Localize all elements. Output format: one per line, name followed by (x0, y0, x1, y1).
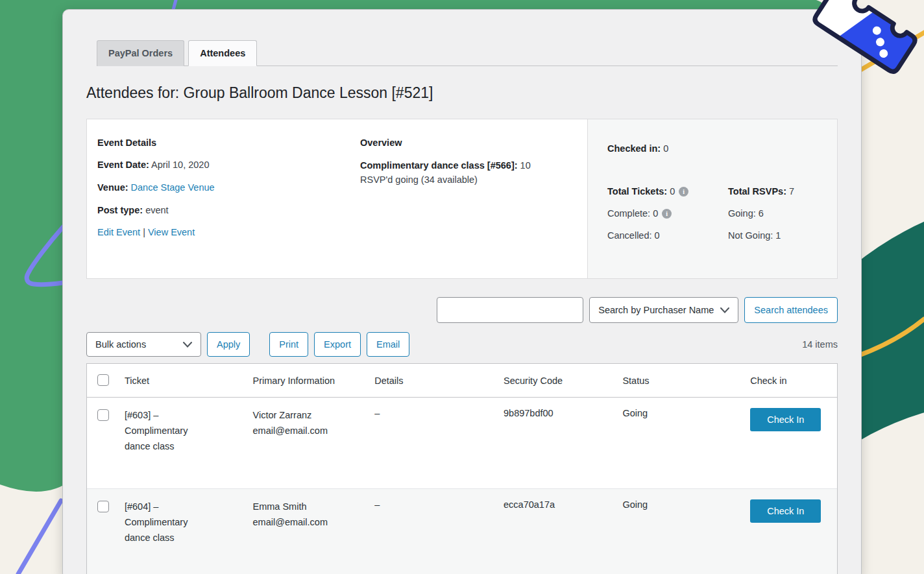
not-going-row: Not Going: 1 (728, 224, 794, 246)
table-row: [#604] – Complimentary dance class Emma … (87, 488, 837, 574)
tickets-stats-column: Total Tickets: 0i Complete: 0i Cancelled… (607, 180, 728, 246)
security-code-cell: ecca70a17a (497, 488, 616, 574)
tab-paypal-orders[interactable]: PayPal Orders (97, 40, 184, 66)
link-separator: | (143, 227, 145, 237)
periwinkle-diagonal-line (18, 501, 61, 574)
info-icon[interactable]: i (662, 209, 672, 219)
overview-ticket-summary: Complimentary dance class [#566]: 10 RSV… (360, 158, 548, 187)
event-details-section: Event Details Event Date: April 10, 2020… (87, 119, 360, 278)
venue-link[interactable]: Dance Stage Venue (131, 182, 215, 193)
admin-page-card: PayPal Orders Attendees Attendees for: G… (62, 9, 862, 574)
select-all-checkbox[interactable] (97, 374, 109, 386)
column-header-check-in: Check in (744, 364, 837, 398)
column-header-security-code: Security Code (497, 364, 616, 398)
tab-bar: PayPal Orders Attendees (97, 40, 838, 66)
event-details-heading: Event Details (97, 138, 345, 148)
event-summary-panel: Event Details Event Date: April 10, 2020… (86, 119, 838, 279)
details-cell: – (368, 398, 497, 488)
attendee-search-row: Search by Purchaser Name Search attendee… (86, 297, 838, 323)
venue-row: Venue: Dance Stage Venue (97, 181, 345, 195)
chevron-down-icon (183, 342, 192, 348)
attendees-table: Ticket Primary Information Details Secur… (86, 363, 838, 574)
search-attendees-button[interactable]: Search attendees (744, 297, 838, 323)
attendee-email: email@email.com (253, 424, 362, 439)
details-cell: – (368, 488, 497, 574)
row-checkbox[interactable] (97, 409, 109, 421)
total-rsvps-row: Total RSVPs: 7 (728, 180, 794, 202)
overview-heading: Overview (360, 138, 548, 148)
row-checkbox[interactable] (97, 501, 109, 512)
ticket-cell: [#603] – Complimentary dance class (125, 408, 208, 455)
attendee-email: email@email.com (253, 515, 362, 531)
attendee-name: Victor Zarranz (253, 408, 362, 424)
attendee-name: Emma Smith (253, 499, 362, 515)
security-code-cell: 9b897bdf00 (497, 398, 616, 488)
column-header-primary-information: Primary Information (247, 364, 369, 398)
event-links-row: Edit Event | View Event (97, 226, 345, 240)
search-filter-select[interactable]: Search by Purchaser Name (589, 297, 738, 323)
column-header-status: Status (616, 364, 744, 398)
table-row: [#603] – Complimentary dance class Victo… (87, 398, 837, 488)
total-tickets-row: Total Tickets: 0i (607, 180, 728, 202)
table-header-row: Ticket Primary Information Details Secur… (87, 364, 837, 398)
export-button[interactable]: Export (314, 332, 361, 357)
print-button[interactable]: Print (269, 332, 308, 357)
chevron-down-icon (720, 307, 729, 313)
info-icon[interactable]: i (679, 187, 688, 197)
bulk-actions-select[interactable]: Bulk actions (86, 332, 201, 357)
column-header-details: Details (368, 364, 497, 398)
checked-in-row: Checked in: 0 (607, 138, 831, 160)
email-button[interactable]: Email (367, 332, 409, 357)
event-date-row: Event Date: April 10, 2020 (97, 158, 345, 173)
apply-button[interactable]: Apply (207, 332, 250, 357)
stats-grid: Total Tickets: 0i Complete: 0i Cancelled… (607, 180, 831, 246)
tab-attendees[interactable]: Attendees (188, 40, 257, 66)
ticket-cell: [#604] – Complimentary dance class (125, 499, 208, 546)
status-cell: Going (616, 398, 744, 488)
checkin-summary-section: Checked in: 0 Total Tickets: 0i Complete… (587, 119, 837, 278)
edit-event-link[interactable]: Edit Event (97, 227, 140, 237)
going-row: Going: 6 (728, 202, 794, 224)
check-in-button[interactable]: Check In (750, 408, 821, 431)
cancelled-row: Cancelled: 0 (607, 224, 728, 246)
status-cell: Going (616, 488, 744, 574)
post-type-row: Post type: event (97, 204, 345, 218)
ticket-illustration-icon (803, 0, 924, 87)
items-count: 14 items (802, 339, 838, 350)
overview-section: Overview Complimentary dance class [#566… (360, 119, 587, 278)
bulk-actions-toolbar: Bulk actions Apply Print Export Email 14… (86, 332, 838, 357)
rsvp-stats-column: Total RSVPs: 7 Going: 6 Not Going: 1 (728, 180, 794, 246)
search-input[interactable] (437, 297, 583, 323)
check-in-button[interactable]: Check In (750, 499, 821, 523)
page-title: Attendees for: Group Ballroom Dance Less… (86, 84, 838, 102)
column-header-ticket: Ticket (118, 364, 247, 398)
view-event-link[interactable]: View Event (148, 227, 195, 237)
complete-row: Complete: 0i (607, 202, 728, 224)
